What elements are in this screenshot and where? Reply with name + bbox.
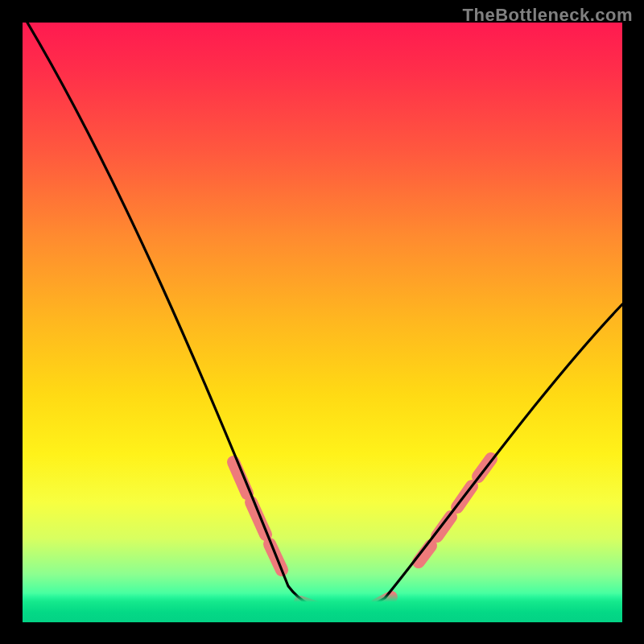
curve-svg [23, 23, 622, 622]
valley-3 [376, 597, 391, 605]
watermark-text: TheBottleneck.com [463, 5, 633, 26]
left-descent-2 [251, 502, 266, 535]
bottleneck-curve [23, 23, 622, 612]
plot-area [23, 23, 622, 622]
right-ascent-2 [437, 517, 451, 536]
valley-2 [338, 609, 365, 612]
highlight-group [233, 459, 491, 612]
valley-1 [300, 602, 327, 611]
chart-frame: TheBottleneck.com [0, 0, 644, 644]
